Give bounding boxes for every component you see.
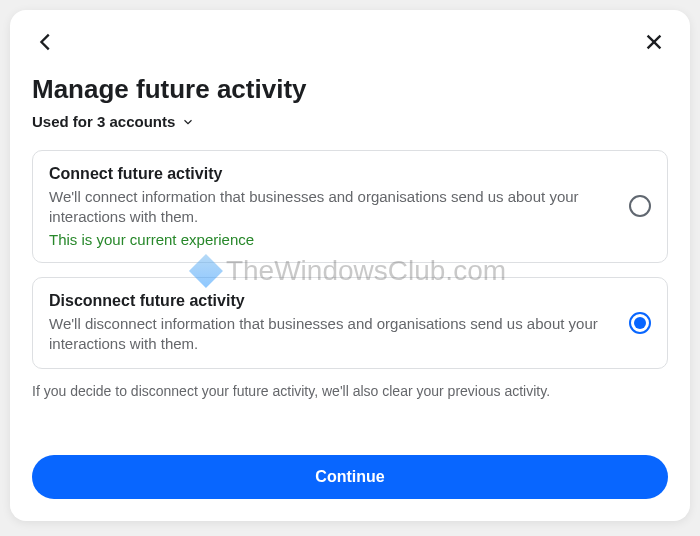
close-icon — [643, 31, 665, 53]
back-arrow-icon — [35, 31, 57, 53]
option-connect-desc: We'll connect information that businesse… — [49, 187, 613, 228]
option-connect-text: Connect future activity We'll connect in… — [49, 165, 613, 248]
radio-disconnect[interactable] — [629, 312, 651, 334]
radio-connect[interactable] — [629, 195, 651, 217]
disclaimer-text: If you decide to disconnect your future … — [32, 383, 668, 399]
option-connect-note: This is your current experience — [49, 231, 613, 248]
manage-future-activity-dialog: Manage future activity Used for 3 accoun… — [10, 10, 690, 521]
accounts-label: Used for 3 accounts — [32, 113, 175, 130]
accounts-selector[interactable]: Used for 3 accounts — [32, 113, 668, 130]
option-connect-title: Connect future activity — [49, 165, 613, 183]
option-disconnect-desc: We'll disconnect information that busine… — [49, 314, 613, 355]
option-connect[interactable]: Connect future activity We'll connect in… — [32, 150, 668, 263]
chevron-down-icon — [181, 115, 195, 129]
close-button[interactable] — [640, 28, 668, 56]
continue-button[interactable]: Continue — [32, 455, 668, 499]
header-row — [32, 28, 668, 56]
option-disconnect-text: Disconnect future activity We'll disconn… — [49, 292, 613, 355]
option-disconnect[interactable]: Disconnect future activity We'll disconn… — [32, 277, 668, 370]
option-disconnect-title: Disconnect future activity — [49, 292, 613, 310]
page-title: Manage future activity — [32, 74, 668, 105]
back-button[interactable] — [32, 28, 60, 56]
